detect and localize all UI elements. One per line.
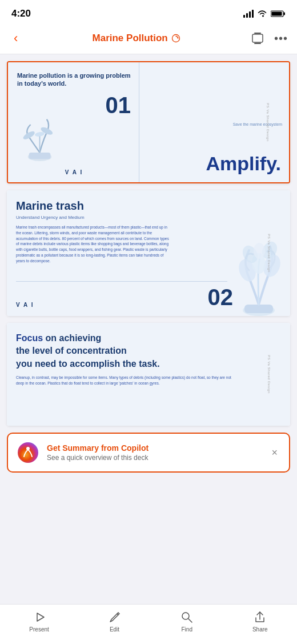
share-icon [253,610,267,624]
copilot-summary-word: Summary [62,443,99,453]
layers-icon[interactable] [250,31,265,46]
copilot-icon [17,442,39,463]
svg-rect-14 [244,305,273,313]
svg-point-22 [26,447,30,450]
slide3-body: Cleanup, in contrast, may be impossible … [16,375,233,386]
slide2-vai: V A I [16,302,34,308]
nav-share[interactable]: Share [252,610,268,633]
status-bar: 4:20 [0,0,297,24]
sync-icon [171,34,180,43]
nav-find-label: Find [181,626,192,633]
slide2-title: Marine trash [16,199,225,213]
slide2-main: Marine trash Understand Urgency and Medi… [7,190,233,316]
bottom-nav: Present Edit Find Share [0,604,297,644]
slide2-side-label: PS Va Shared Design [267,234,270,272]
slide-3[interactable]: Focus on achieving the level of concentr… [7,323,290,426]
present-icon [33,610,46,624]
nav-title: Marine Pollution [93,33,180,44]
slide1-tagline: Marine pollution is a growing problem in… [17,71,131,88]
slide3-title-focus: Focus [16,333,43,343]
svg-line-25 [188,619,192,622]
slide2-subtitle: Understand Urgency and Medium [16,215,225,220]
svg-point-12 [35,131,45,137]
nav-edit[interactable]: Edit [108,610,122,633]
svg-point-10 [22,130,36,141]
nav-actions: ••• [250,31,288,46]
slide1-amplify: Amplify. [147,154,281,173]
copilot-text: Get Summary from Copilot See a quick ove… [47,443,261,462]
nav-present-label: Present [29,626,49,633]
slide1-save-text: Save the marine ecosystem [233,122,282,126]
slide3-side-label: PS Va Shared Design [267,355,270,393]
svg-rect-2 [272,12,282,16]
plant-icon [17,114,63,162]
nav-title-text: Marine Pollution [93,33,168,44]
find-icon [180,610,194,624]
edit-icon [108,610,122,624]
svg-rect-9 [29,153,51,159]
svg-rect-1 [284,13,286,15]
copilot-banner[interactable]: Get Summary from Copilot See a quick ove… [7,433,290,473]
status-icons [243,10,286,18]
signal-icon [243,10,254,18]
svg-marker-23 [37,613,44,621]
nav-share-label: Share [252,626,268,633]
svg-rect-7 [254,43,261,44]
svg-point-24 [182,613,189,619]
copilot-suffix: from Copilot [99,443,148,453]
svg-rect-6 [254,33,261,34]
slide2-divider [16,281,227,282]
nav-edit-label: Edit [110,626,119,633]
slide1-side-label: PS Va Shared Design [266,103,269,141]
slide2-coral [233,190,290,316]
slide1-left: Marine pollution is a growing problem in… [8,62,139,182]
slide-2[interactable]: Marine trash Understand Urgency and Medi… [7,190,290,316]
slide2-number: 02 [208,285,234,310]
nav-bar: ‹ Marine Pollution ••• [0,24,297,54]
slides-container: Marine pollution is a growing problem in… [0,54,297,433]
slide-1[interactable]: Marine pollution is a growing problem in… [7,61,290,183]
svg-point-20 [254,243,265,259]
more-button[interactable]: ••• [274,32,288,45]
nav-find[interactable]: Find [180,610,194,633]
slide3-title: Focus on achieving the level of concentr… [16,332,282,370]
battery-icon [271,10,286,18]
status-time: 4:20 [11,8,31,19]
copilot-prefix: Get [47,443,62,453]
coral-svg [233,225,284,316]
svg-rect-5 [252,34,263,42]
copilot-close-button[interactable]: × [269,445,280,461]
wifi-icon [257,10,267,18]
nav-present[interactable]: Present [29,610,49,633]
copilot-subtitle: See a quick overview of this deck [47,454,261,462]
slide2-body: Marine trash encompasses all manufacture… [16,225,170,263]
copilot-main-text: Get Summary from Copilot [47,443,261,453]
back-button[interactable]: ‹ [9,29,22,48]
svg-point-21 [18,442,38,463]
slide1-vai: V A I [17,169,131,175]
